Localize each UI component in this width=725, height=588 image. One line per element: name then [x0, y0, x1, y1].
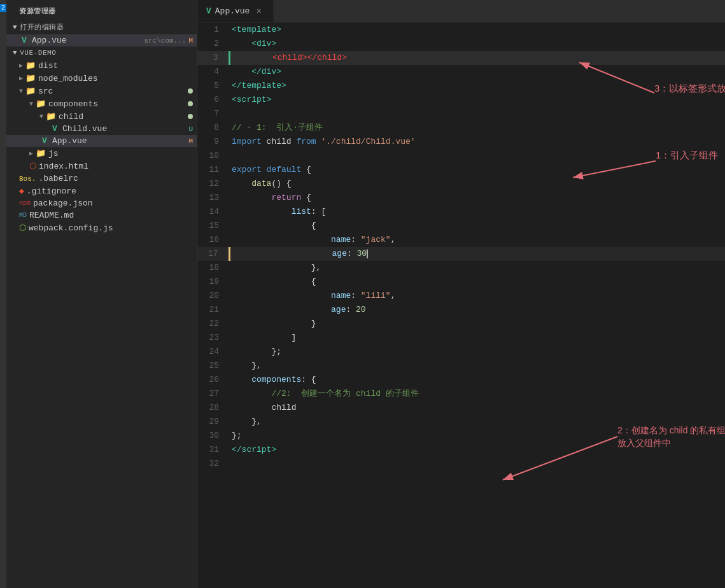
token: child — [271, 403, 296, 412]
line-content[interactable]: </template> — [229, 79, 725, 93]
folder-icon: 📁 — [36, 99, 46, 109]
folder-icon: 📁 — [25, 73, 36, 83]
line-content[interactable]: import child from './child/Child.vue' — [229, 135, 725, 149]
line-content[interactable]: data() { — [229, 177, 725, 191]
line-content[interactable]: export default { — [229, 163, 725, 177]
tree-item-label: Child.vue — [62, 124, 186, 134]
tree-readme[interactable]: MD README.md — [6, 209, 197, 221]
token: child — [317, 53, 342, 62]
line-number: 29 — [197, 415, 229, 429]
line-content[interactable]: // · 1: 引入·子组件 — [229, 121, 725, 135]
line-content[interactable]: { — [229, 219, 725, 233]
line-content[interactable]: return { — [229, 191, 725, 205]
folder-icon: 📁 — [36, 148, 46, 158]
token: return — [271, 193, 301, 202]
token: </ — [232, 81, 242, 90]
tree-child-folder[interactable]: ▼ 📁 child — [6, 110, 197, 123]
token: components — [251, 375, 301, 384]
tab-close-button[interactable]: × — [256, 6, 261, 17]
arrow-right-icon: ▶ — [29, 150, 33, 157]
token: > — [271, 445, 276, 454]
tree-dist[interactable]: ▶ 📁 dist — [6, 59, 197, 72]
tree-src[interactable]: ▼ 📁 src — [6, 85, 197, 97]
line-content[interactable] — [229, 107, 725, 121]
token: > — [281, 81, 286, 90]
modified-dot — [188, 88, 193, 94]
tree-babelrc[interactable]: Bos. .babelrc — [6, 172, 197, 185]
tree-item-label: index.html — [39, 162, 197, 171]
open-editor-appvue[interactable]: V App.vue src\com... M — [6, 34, 197, 46]
tree-app-vue[interactable]: V App.vue M — [6, 135, 197, 147]
token: : — [347, 249, 357, 258]
token: template — [237, 25, 276, 34]
line-content[interactable] — [229, 457, 725, 471]
vue-demo-header[interactable]: ▼ VUE-DEMO — [6, 46, 197, 59]
line-content[interactable]: <div> — [229, 37, 725, 51]
token: child — [278, 53, 302, 62]
line-number: 13 — [197, 191, 229, 205]
line-number: 20 — [197, 289, 229, 303]
line-number: 6 — [197, 93, 229, 107]
token: script — [242, 445, 272, 454]
line-content[interactable]: }, — [229, 359, 725, 373]
line-content[interactable]: list: [ — [229, 205, 725, 219]
token: from — [292, 137, 321, 146]
line-content[interactable]: <template> — [229, 23, 725, 37]
line-content[interactable]: name: "lili", — [229, 289, 725, 303]
token: : — [351, 235, 361, 244]
vue-icon: V — [50, 124, 60, 134]
line-content[interactable]: }; — [229, 429, 725, 443]
line-content[interactable]: }, — [229, 415, 725, 429]
token: import — [232, 137, 267, 146]
line-content[interactable]: <child></child> — [229, 51, 725, 65]
line-number: 18 — [197, 261, 229, 275]
tree-index-html[interactable]: ⬡ index.html — [6, 160, 197, 172]
line-content[interactable]: age: 20 — [229, 303, 725, 317]
tree-child-vue[interactable]: V Child.vue U — [6, 123, 197, 135]
tree-item-label: js — [48, 149, 197, 158]
line-content[interactable]: }; — [229, 345, 725, 359]
tree-webpack[interactable]: ⬡ webpack.config.js — [6, 221, 197, 234]
tree-item-label: dist — [38, 61, 197, 71]
line-content[interactable]: { — [229, 275, 725, 289]
line-content[interactable]: components: { — [229, 373, 725, 387]
token: './child/Child.vue' — [321, 137, 415, 146]
tree-item-label: App.vue — [52, 136, 186, 146]
table-row: 31</script> — [197, 443, 725, 457]
line-content[interactable]: //2: 创建一个名为 child 的子组件 — [229, 387, 725, 401]
token: : [ — [311, 207, 326, 216]
line-number: 15 — [197, 219, 229, 233]
tab-appvue[interactable]: V App.vue × — [197, 0, 274, 22]
line-content[interactable]: </script> — [229, 443, 725, 457]
token: child — [267, 137, 292, 146]
tree-components[interactable]: ▼ 📁 components — [6, 97, 197, 110]
line-content[interactable]: ] — [229, 331, 725, 345]
code-editor[interactable]: 1<template>2 <div>3 <child></child>4 </d… — [197, 23, 725, 588]
line-content[interactable]: } — [229, 317, 725, 331]
line-content[interactable]: age: 30 — [229, 247, 725, 261]
token: </ — [232, 445, 242, 454]
token: < — [233, 53, 278, 62]
line-content[interactable]: name: "jack", — [229, 233, 725, 247]
line-content[interactable]: <script> — [229, 93, 725, 107]
token: { — [232, 221, 316, 230]
table-row: 7 — [197, 107, 725, 121]
table-row: 24 }; — [197, 345, 725, 359]
tree-gitignore[interactable]: ◆ .gitignore — [6, 185, 197, 197]
line-content[interactable] — [229, 149, 725, 163]
token: ></ — [302, 53, 317, 62]
tree-package-json[interactable]: npm package.json — [6, 197, 197, 209]
open-editors-header[interactable]: ▼ 打开的编辑器 — [6, 20, 197, 34]
line-number: 32 — [197, 457, 229, 471]
git-icon: ◆ — [19, 186, 24, 196]
token: script — [237, 95, 267, 104]
table-row: 21 age: 20 — [197, 303, 725, 317]
tree-js[interactable]: ▶ 📁 js — [6, 147, 197, 160]
line-content[interactable]: </div> — [229, 65, 725, 79]
line-content[interactable]: }, — [229, 261, 725, 275]
table-row: 23 ] — [197, 331, 725, 345]
tree-node-modules[interactable]: ▶ 📁 node_modules — [6, 72, 197, 85]
token: { — [301, 193, 311, 202]
line-content[interactable]: child — [229, 401, 725, 415]
line-number: 31 — [197, 443, 229, 457]
